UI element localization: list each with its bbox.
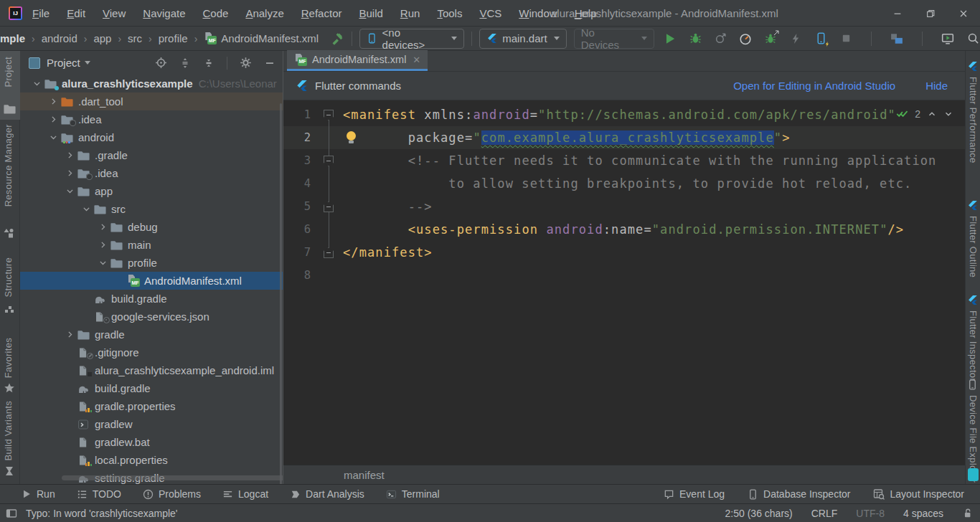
tree-row-google-services[interactable]: google-services.json [20, 308, 283, 326]
breadcrumb-file[interactable]: MF AndroidManifest.xml [204, 32, 319, 44]
tree-row-gradlew[interactable]: gradlew [20, 415, 283, 433]
tool-window-database-inspector[interactable]: Database Inspector [748, 488, 850, 500]
breadcrumb-project[interactable]: mple [0, 32, 25, 44]
intention-lightbulb-icon[interactable] [345, 131, 357, 144]
breadcrumb-android[interactable]: android [42, 32, 77, 44]
menu-analyze[interactable]: Analyze [245, 7, 283, 19]
tree-row-android[interactable]: android [20, 128, 283, 146]
vertical-scrollbar[interactable] [280, 103, 282, 484]
chevron-down-icon[interactable] [78, 204, 94, 214]
next-problem-icon[interactable] [943, 109, 953, 119]
tool-window-dart-analysis[interactable]: Dart Analysis [290, 488, 364, 500]
horizontal-scrollbar[interactable] [62, 475, 283, 480]
hide-panel-button[interactable] [264, 57, 275, 69]
unlock-icon[interactable] [962, 508, 973, 518]
run-configuration-dropdown[interactable]: main.dart [479, 29, 567, 49]
stop-button[interactable] [839, 32, 853, 46]
code-line[interactable]: 6 <uses-permission android:name="android… [283, 218, 965, 241]
run-button[interactable] [663, 32, 677, 46]
tree-row-gradle-folder[interactable]: gradle [20, 326, 283, 343]
tree-row-project-root[interactable]: alura_crashlyticsexample C:\Users\Leonar [20, 75, 283, 92]
tree-row-local-properties[interactable]: local.properties [20, 451, 283, 469]
chevron-right-icon[interactable] [62, 169, 77, 178]
tree-row-androidmanifest[interactable]: MF AndroidManifest.xml [20, 272, 283, 290]
locate-file-button[interactable] [155, 57, 167, 69]
settings-gear-icon[interactable] [240, 57, 252, 69]
tree-row-gradle-hidden[interactable]: .gradle [20, 146, 283, 164]
flutter-hot-reload-button[interactable] [814, 32, 828, 46]
tool-stripe-flutter-inspector[interactable]: Flutter Inspector [968, 310, 979, 381]
tree-row-gradle-properties[interactable]: gradle.properties [20, 397, 283, 415]
tree-row-build-gradle-app[interactable]: build.gradle [20, 290, 283, 308]
menu-view[interactable]: View [103, 7, 126, 19]
menu-navigate[interactable]: Navigate [143, 7, 185, 19]
tree-row-dart-tool[interactable]: .dart_tool [20, 92, 283, 110]
tree-row-idea-android[interactable]: .idea [20, 164, 283, 182]
build-hammer-button[interactable] [330, 32, 344, 46]
menu-edit[interactable]: Edit [67, 7, 85, 19]
tree-row-iml[interactable]: alura_crashlyticsexample_android.iml [20, 361, 283, 379]
menu-code[interactable]: Code [203, 7, 229, 19]
minimize-button[interactable] [881, 0, 914, 27]
close-tab-icon[interactable]: ✕ [413, 54, 420, 65]
device-selector-dropdown[interactable]: <no devices> [359, 29, 464, 49]
flutter-device-dropdown[interactable]: No Devices [574, 29, 654, 49]
collapse-all-button[interactable] [203, 57, 215, 69]
tool-window-run[interactable]: Run [22, 488, 55, 500]
tree-row-build-gradle-android[interactable]: build.gradle [20, 379, 283, 397]
menu-tools[interactable]: Tools [437, 7, 462, 19]
breadcrumb-src[interactable]: src [128, 32, 142, 44]
tree-row-debug[interactable]: debug [20, 218, 283, 236]
avd-manager-button[interactable] [941, 32, 955, 46]
encoding-indicator[interactable]: UTF-8 [856, 508, 885, 519]
menu-vcs[interactable]: VCS [479, 7, 501, 19]
debug-button[interactable] [688, 32, 702, 46]
menu-build[interactable]: Build [359, 7, 382, 19]
tree-row-src[interactable]: src [20, 200, 283, 218]
code-line[interactable]: 5 --> [283, 195, 965, 218]
code-line-current[interactable]: 2 package="com.example.alura_crashlytics… [283, 126, 965, 149]
tool-window-event-log[interactable]: Event Log [664, 488, 725, 500]
tool-window-terminal[interactable]: Terminal [386, 488, 440, 500]
open-in-android-studio-link[interactable]: Open for Editing in Android Studio [733, 80, 895, 92]
menu-run[interactable]: Run [400, 7, 420, 19]
breadcrumb-manifest-tag[interactable]: manifest [344, 469, 385, 481]
chevron-down-icon[interactable] [45, 133, 61, 142]
previous-problem-icon[interactable] [927, 109, 937, 119]
tool-window-layout-inspector[interactable]: Layout Inspector [873, 488, 964, 500]
code-line[interactable]: 8 [283, 264, 965, 287]
stripe-notification-badge[interactable] [968, 468, 979, 481]
tool-stripe-flutter-performance[interactable]: Flutter Performance [968, 77, 979, 163]
hide-banner-link[interactable]: Hide [925, 80, 948, 92]
chevron-right-icon[interactable] [45, 115, 61, 124]
tool-window-logcat[interactable]: Logcat [222, 488, 268, 500]
code-line[interactable]: 7</manifest> [283, 241, 965, 264]
tree-row-main[interactable]: main [20, 236, 283, 254]
tool-window-todo[interactable]: TODO [77, 488, 121, 500]
tree-row-app[interactable]: app [20, 182, 283, 200]
tool-window-switcher-icon[interactable] [6, 508, 17, 519]
tree-row-gitignore[interactable]: .gitignore [20, 343, 283, 361]
tool-stripe-resource-manager[interactable]: Resource Manager [3, 124, 14, 207]
search-everywhere-button[interactable] [966, 32, 980, 46]
chevron-right-icon[interactable] [62, 330, 77, 339]
chevron-right-icon[interactable] [95, 222, 110, 232]
tree-row-profile[interactable]: profile [20, 254, 283, 272]
tab-androidmanifest[interactable]: MF AndroidManifest.xml ✕ [287, 50, 428, 71]
breadcrumb-app[interactable]: app [93, 32, 111, 44]
tool-stripe-build-variants[interactable]: Build Variants [3, 401, 14, 460]
tool-stripe-project[interactable]: Project [3, 57, 14, 87]
indent-indicator[interactable]: 4 spaces [903, 508, 943, 519]
breadcrumb-profile[interactable]: profile [159, 32, 188, 44]
code-line[interactable]: 3 <!-- Flutter needs it to communicate w… [283, 149, 965, 172]
caret-position[interactable]: 2:50 (36 chars) [725, 508, 793, 519]
status-message[interactable]: Typo: In word 'crashlyticsexample' [26, 508, 178, 519]
apply-changes-button[interactable] [788, 32, 803, 46]
restore-button[interactable] [914, 0, 947, 27]
chevron-right-icon[interactable] [45, 97, 61, 106]
tree-row-idea[interactable]: .idea [20, 110, 283, 128]
chevron-right-icon[interactable] [62, 151, 77, 160]
code-line[interactable]: 4 to allow setting breakpoints, to provi… [283, 172, 965, 195]
chevron-down-icon[interactable] [85, 61, 90, 65]
tool-stripe-favorites[interactable]: Favorites [3, 338, 14, 378]
